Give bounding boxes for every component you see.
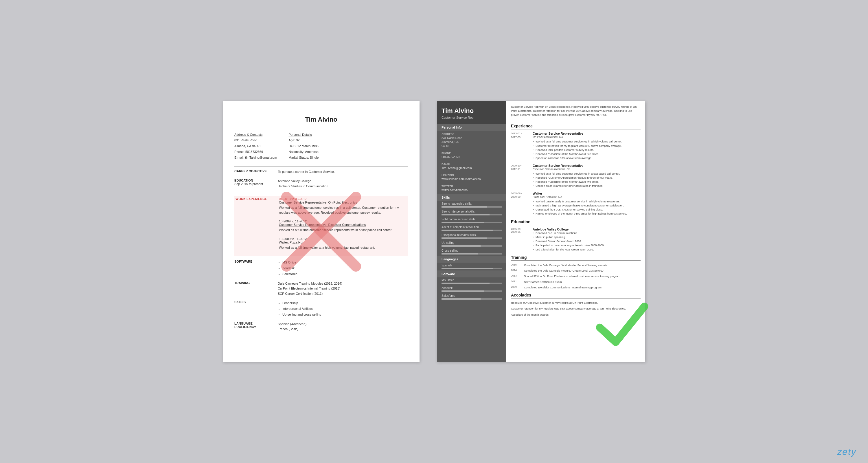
exp-job-1-start: 2013-01 - xyxy=(511,132,530,136)
phone-field: Phone 501-873-2669 xyxy=(437,150,506,161)
twitter-value: twitter.com/timalvino xyxy=(441,188,502,192)
left-age: Age: 32 xyxy=(288,138,318,143)
work-experience-section: WORK EXPERIENCE 01-2013 to 03-2017 Custo… xyxy=(235,196,408,256)
lang-1-label: Spanish xyxy=(441,264,502,267)
left-nationality: Nationality: American xyxy=(288,149,318,155)
job-2-dates: 10-2009 to 11-2012 xyxy=(279,220,407,223)
left-dob: DOB: 12 March 1985 xyxy=(288,143,318,149)
exp-job-3-bullet-0: Worked passionately in customer service … xyxy=(533,200,641,204)
skill-2: Strong interpersonal skills. xyxy=(437,209,506,216)
exp-job-3-bullets: Worked passionately in customer service … xyxy=(533,200,641,216)
address-field: Address 831 Rasle Road Alameda, CA 94501 xyxy=(437,131,506,150)
left-address: 831 Rasle Road xyxy=(235,138,277,143)
language-item-1: French (Basic) xyxy=(278,327,408,332)
left-phone: Phone: 5018732669 xyxy=(235,149,277,155)
skill-6-label: Up-selling xyxy=(441,241,502,244)
email-value: TimTAlvino@gmail.com xyxy=(441,166,502,170)
training-1: 2015 Completed the Dale Carnegie "Attitu… xyxy=(511,263,641,267)
education-section-title: Education xyxy=(511,220,641,225)
training-content: Dale Carnegie Training Modules (2015, 20… xyxy=(278,281,408,296)
skill-5-label: Exceptional telesales skills. xyxy=(441,233,502,237)
accolades-section: Accolades Received 99% positive customer… xyxy=(511,293,641,317)
twitter-field: Twitter twitter.com/timalvino xyxy=(437,183,506,194)
software-2-label: Zendesk xyxy=(441,286,502,290)
exp-job-1-bullet-1: Customer retention for my regulars was 3… xyxy=(533,144,641,148)
exp-job-3-bullet-3: Named employee of the month three times … xyxy=(533,212,641,216)
exp-job-2-start: 2009-10 - xyxy=(511,164,530,168)
accolade-0: Received 99% positive customer survey re… xyxy=(511,301,641,305)
exp-job-1-bullets: Worked as a full time customer service r… xyxy=(533,140,641,160)
training-section-title: Training xyxy=(511,255,641,261)
exp-job-2-bullet-1: Received "Customer Appreciation" bonus i… xyxy=(533,176,641,180)
job-2: 10-2009 to 11-2012 Customer Service Repr… xyxy=(279,220,407,233)
software-label: SOFTWARE xyxy=(235,260,275,263)
experience-section-title: Experience xyxy=(511,124,641,129)
exp-job-2-title: Customer Service Representative xyxy=(533,164,641,167)
job-2-title: Customer Service Representative, Excelsi… xyxy=(279,223,407,226)
training-section: TRAINING Dale Carnegie Training Modules … xyxy=(235,281,408,296)
edu-1-bullet-1: Minor in public speaking. xyxy=(533,235,641,239)
exp-job-3-title: Waiter xyxy=(533,192,641,195)
job-1: 01-2013 to 03-2017 Customer Service Repr… xyxy=(279,197,407,215)
right-job-title: Customer Service Rep xyxy=(441,116,502,119)
exp-job-1-end: 2017-03 xyxy=(511,136,530,139)
training-1-year: 2015 xyxy=(511,263,521,267)
training-label: TRAINING xyxy=(235,281,275,285)
training-3-desc: Scored 97% in On Point Electronics' inte… xyxy=(524,274,621,278)
work-experience-content: 01-2013 to 03-2017 Customer Service Repr… xyxy=(279,197,407,255)
software-2: Zendesk xyxy=(437,285,506,293)
language-section: LANGUAGE PROFICIENCY Spanish (Advanced) … xyxy=(235,322,408,332)
skill-item-2: Up-selling and cross-selling xyxy=(282,312,408,318)
skill-7-label: Cross-selling xyxy=(441,249,502,252)
software-3: Salesforce xyxy=(437,293,506,301)
skills-section: SKILLS Leadership Interpersonal Abilitie… xyxy=(235,300,408,317)
exp-job-2-company: Excelsior Communications, CA xyxy=(533,167,641,171)
career-objective-label: CAREER OBJECTIVE xyxy=(235,169,275,173)
training-5: 2009 Completed Excelsior Communications'… xyxy=(511,286,641,289)
skill-4-label: Adept at complaint resolution. xyxy=(441,226,502,229)
email-field: E-mail TimTAlvino@gmail.com xyxy=(437,161,506,172)
phone-value: 501-873-2669 xyxy=(441,155,502,159)
left-email: E-mail: timTalvino@gmail.com xyxy=(235,155,277,161)
job-3: 10-2009 to 11-2012 Waiter, Pizza Hut Wor… xyxy=(279,237,407,250)
edu-1-bullet-2: Received Senior Scholar Award 2009. xyxy=(533,239,641,243)
exp-job-3-bullet-2: Completed the F.A.S.T. customer service … xyxy=(533,208,641,212)
skill-4: Adept at complaint resolution. xyxy=(437,224,506,232)
training-4-year: 2011 xyxy=(511,280,521,284)
exp-job-3-end: 2009-09 xyxy=(511,195,530,199)
exp-job-2-end: 2012-11 xyxy=(511,167,530,171)
software-item-2: Salesforce xyxy=(282,271,408,277)
training-item-1: On Point Electronics Internal Training (… xyxy=(278,286,408,291)
exp-job-3-company: Pizza Hut, Antelope, CA xyxy=(533,195,641,198)
personal-info-title: Personal Info xyxy=(437,124,506,131)
software-section-title: Software xyxy=(437,270,506,278)
job-1-desc: Worked as a full time customer service r… xyxy=(279,205,407,215)
language-label: LANGUAGE PROFICIENCY xyxy=(235,322,275,329)
phone-field-label: Phone xyxy=(441,152,502,155)
sidebar-header: Tim Alvino Customer Service Rep xyxy=(437,102,506,124)
training-2-year: 2014 xyxy=(511,269,521,272)
training-4: 2011 SCP Career Certification Exam xyxy=(511,280,641,284)
training-5-desc: Completed Excelsior Communications' inte… xyxy=(524,286,602,289)
education-date: Sep 2015 to present xyxy=(235,182,275,185)
accolade-2: Associate of the month awards. xyxy=(511,313,641,317)
training-2: 2014 Completed the Dale Carnegie module,… xyxy=(511,269,641,272)
personal-details-label: Personal Details xyxy=(288,132,318,138)
exp-job-3-bullet-1: Maintained a high tip average thanks to … xyxy=(533,204,641,208)
right-name: Tim Alvino xyxy=(441,107,502,115)
software-item-0: MS Office xyxy=(282,260,408,265)
software-section: SOFTWARE MS Office Zendesk Salesforce xyxy=(235,260,408,277)
job-3-desc: Worked as a full time waiter at a high-v… xyxy=(279,245,407,250)
skill-3-label: Solid communication skills. xyxy=(441,218,502,221)
training-item-2: SCP Career Certification (2011) xyxy=(278,291,408,296)
experience-section: Experience 2013-01 - 2017-03 Customer Se… xyxy=(511,124,641,216)
linkedin-field: LinkedIn www.linkedin.com/in/tim-alvino xyxy=(437,172,506,183)
linkedin-value: www.linkedin.com/in/tim-alvino xyxy=(441,177,502,181)
accolade-1: Customer retention for my regulars was 3… xyxy=(511,307,641,311)
training-3-year: 2013 xyxy=(511,274,521,278)
left-resume: Tim Alvino Address & Contacts 831 Rasle … xyxy=(223,102,420,362)
training-5-year: 2009 xyxy=(511,286,521,289)
left-contact-block: Address & Contacts 831 Rasle Road Almeda… xyxy=(235,132,408,161)
edu-1-start: 2005-09 - xyxy=(511,228,530,230)
skills-section-title: Skills xyxy=(437,194,506,201)
